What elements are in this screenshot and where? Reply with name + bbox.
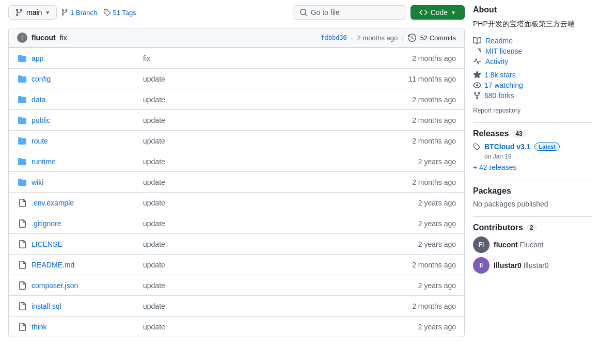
file-time: 11 months ago: [394, 75, 456, 83]
folder-icon: [18, 137, 26, 145]
file-message: update: [135, 323, 394, 331]
meta-links: 1 Branch 51 Tags: [61, 9, 136, 17]
file-icon: [18, 281, 26, 290]
file-message: update: [135, 96, 394, 104]
go-to-file-search[interactable]: Go to file: [293, 5, 406, 20]
law-icon: [473, 47, 481, 55]
tags-label: 51 Tags: [113, 9, 136, 17]
file-table: app fix 2 months ago config update 11 mo…: [8, 48, 465, 337]
contributors-section: Contributors 2 Fl flucont Flucont Il Ill…: [473, 223, 592, 274]
stars-link[interactable]: 1.8k stars: [484, 71, 516, 79]
search-placeholder: Go to file: [311, 8, 340, 17]
table-row: data update 2 months ago: [9, 89, 464, 109]
divider-2: [473, 180, 592, 180]
search-icon: [299, 8, 308, 17]
file-time: 2 years ago: [394, 323, 456, 331]
contributors-list: Fl flucont Flucont Il Illustar0 Illustar…: [473, 236, 592, 274]
about-section: About PHP开发的宝塔面板第三方云端 Readme MIT license…: [473, 5, 592, 114]
stars-count: 1.8k stars: [484, 71, 516, 79]
file-type-icon: [17, 260, 27, 270]
folder-icon: [18, 116, 26, 124]
table-row: composer.json update 2 years ago: [9, 275, 464, 295]
file-message: update: [135, 157, 394, 166]
folder-icon: [18, 157, 26, 166]
commit-time: 2 months ago: [357, 34, 398, 42]
release-item: BTCloud v3.1 Latest: [473, 143, 592, 151]
more-releases-link[interactable]: + 42 releases: [473, 163, 592, 171]
table-row: think update 2 years ago: [9, 316, 464, 337]
code-icon: [419, 8, 428, 17]
branch-chevron-icon: ▼: [45, 10, 50, 15]
readme-link[interactable]: Readme: [473, 36, 592, 46]
contributor-handle[interactable]: flucont: [494, 241, 518, 249]
activity-label: Activity: [485, 57, 508, 66]
tag-icon: [103, 9, 110, 16]
file-time: 2 months ago: [394, 302, 456, 310]
activity-link[interactable]: Activity: [473, 56, 592, 67]
code-button[interactable]: Code ▼: [410, 5, 465, 20]
file-message: update: [135, 302, 394, 310]
file-time: 2 months ago: [394, 96, 456, 104]
latest-badge: Latest: [534, 143, 559, 151]
report-link[interactable]: Report repository: [473, 107, 520, 114]
file-name: runtime: [31, 157, 135, 166]
contributor-display-name: Flucont: [520, 241, 544, 249]
contributors-title: Contributors 2: [473, 223, 592, 232]
branch-icon: [15, 8, 23, 17]
star-icon: [473, 71, 481, 79]
commits-link[interactable]: 52 Commits: [420, 34, 456, 42]
contributor-display-name: Illustar0: [524, 261, 549, 270]
file-type-icon: [17, 280, 27, 291]
file-message: update: [135, 178, 394, 186]
divider-1: [473, 122, 592, 123]
sidebar: About PHP开发的宝塔面板第三方云端 Readme MIT license…: [473, 5, 592, 359]
commit-dot-sep: ·: [351, 34, 353, 42]
release-name-link[interactable]: BTCloud v3.1: [484, 143, 530, 151]
file-type-icon: [17, 136, 27, 146]
file-name: .gitignore: [31, 219, 135, 228]
readme-label: Readme: [485, 37, 513, 45]
file-message: update: [135, 116, 394, 124]
file-name: install.sql: [31, 302, 135, 310]
file-time: 2 months ago: [394, 54, 456, 62]
releases-section: Releases 43 BTCloud v3.1 Latest on Jan 1…: [473, 129, 592, 171]
file-icon: [18, 240, 26, 248]
forks-count: 680 forks: [484, 91, 514, 100]
sep: |: [402, 34, 403, 42]
contributor-avatar: Fl: [473, 236, 490, 253]
file-icon: [18, 323, 26, 331]
contributor-info: flucont Flucont: [494, 241, 543, 249]
contributor-handle[interactable]: Illustar0: [494, 261, 522, 270]
code-chevron-icon: ▼: [451, 10, 456, 15]
file-type-icon: [17, 94, 27, 105]
file-time: 2 months ago: [394, 116, 456, 124]
code-button-label: Code: [431, 8, 448, 17]
no-packages-text: No packages published: [473, 200, 592, 208]
file-message: update: [135, 261, 394, 269]
file-name: config: [31, 75, 135, 83]
about-title: About: [473, 5, 592, 14]
branch-selector[interactable]: main ▼: [8, 5, 57, 20]
file-icon: [18, 261, 26, 269]
tags-link[interactable]: 51 Tags: [103, 9, 136, 17]
contributor-avatar: Il: [473, 257, 490, 274]
table-row: wiki update 2 months ago: [9, 171, 464, 192]
table-row: install.sql update 2 months ago: [9, 295, 464, 316]
file-message: update: [135, 199, 394, 207]
file-type-icon: [17, 53, 27, 64]
branches-link[interactable]: 1 Branch: [61, 9, 97, 17]
table-row: README.md update 2 months ago: [9, 254, 464, 275]
file-name: LICENSE: [31, 240, 135, 248]
releases-title: Releases 43: [473, 129, 592, 138]
watching-link[interactable]: 17 watching: [484, 81, 523, 89]
forks-link[interactable]: 680 forks: [484, 91, 514, 100]
folder-icon: [18, 178, 26, 186]
folder-icon: [18, 75, 26, 83]
contributor-item: Fl flucont Flucont: [473, 236, 592, 253]
commit-hash[interactable]: fdbbd30: [321, 34, 347, 41]
stats-section: 1.8k stars 17 watching 680 forks: [473, 71, 592, 100]
file-type-icon: [17, 74, 27, 84]
license-link[interactable]: MIT license: [473, 46, 592, 56]
watching-count: 17 watching: [484, 81, 523, 89]
commits-count: 52 Commits: [420, 34, 456, 42]
